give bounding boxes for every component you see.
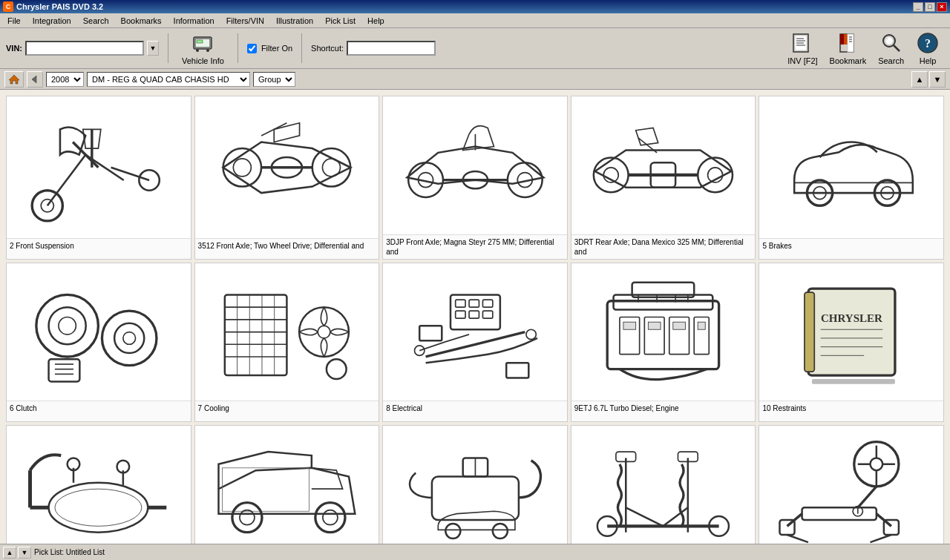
svg-point-146: [870, 458, 882, 470]
part-card-engine[interactable]: 9ETJ 6.7L Turbo Diesel; Engine: [571, 263, 756, 423]
part-image-exhaust: [7, 426, 191, 544]
part-card-brakes[interactable]: 5 Brakes: [759, 96, 944, 260]
svg-text:?: ?: [925, 37, 931, 50]
menu-help[interactable]: Help: [361, 15, 390, 27]
menu-file[interactable]: File: [1, 15, 27, 27]
maximize-button[interactable]: □: [925, 2, 935, 12]
part-label-3djp: 3DJP Front Axle; Magna Steyr 275 MM; Dif…: [383, 234, 567, 259]
svg-rect-152: [802, 507, 876, 520]
menu-filters-vin[interactable]: Filters/VIN: [220, 15, 270, 27]
menu-illustration[interactable]: Illustration: [270, 15, 319, 27]
svg-point-127: [232, 502, 262, 532]
svg-point-80: [299, 307, 349, 357]
part-label-3drt: 3DRT Rear Axle; Dana Mexico 325 MM; Diff…: [571, 234, 756, 259]
part-card-3djp[interactable]: 3DJP Front Axle; Magna Steyr 275 MM; Dif…: [382, 96, 568, 260]
help-button[interactable]: ? Help: [911, 30, 944, 67]
parts-grid: 2 Front Suspension 3512 Front Axle; Two …: [6, 96, 944, 544]
part-card-3512[interactable]: 3512 Front Axle; Two Wheel Drive; Differ…: [194, 96, 380, 260]
bookmark-button[interactable]: Bookmark: [825, 30, 871, 67]
menu-search[interactable]: Search: [77, 15, 115, 27]
axle-3drt-svg: [580, 103, 746, 227]
search-label: Search: [878, 56, 904, 65]
part-card-fuel[interactable]: 14 Fuel: [382, 425, 568, 544]
status-up-button[interactable]: ▲: [3, 547, 16, 559]
part-card-cooling[interactable]: 7 Cooling: [194, 263, 380, 423]
status-bar: ▲ ▼ Pick List: Untitled List: [0, 544, 950, 560]
svg-point-48: [594, 158, 629, 193]
exhaust-svg: [16, 433, 181, 544]
svg-point-128: [240, 510, 255, 524]
app-title: Chrysler PAIS DVD 3.2: [16, 2, 103, 11]
restraints-svg: CHRYSLER: [769, 270, 934, 394]
svg-point-135: [492, 524, 507, 538]
model-select[interactable]: DM - REG & QUAD CAB CHASIS HD: [87, 72, 250, 87]
svg-rect-84: [455, 300, 465, 307]
svg-line-151: [858, 487, 877, 507]
search-icon: [879, 31, 903, 55]
menu-integration[interactable]: Integration: [27, 15, 77, 27]
svg-rect-2: [197, 40, 203, 43]
toolbar-separator-3: [301, 33, 302, 63]
part-card-3drt[interactable]: 3DRT Rear Axle; Dana Mexico 325 MM; Diff…: [571, 96, 756, 260]
svg-point-3: [196, 49, 199, 52]
part-image-restraints: CHRYSLER: [759, 263, 943, 401]
part-card-exhaust[interactable]: 11 Exhaust: [6, 425, 191, 544]
inv-button[interactable]: INV [F2]: [783, 30, 822, 67]
vehicle-info-button[interactable]: Vehicle Info: [177, 30, 229, 67]
minimize-button[interactable]: _: [913, 2, 923, 12]
svg-line-19: [894, 45, 900, 51]
close-button[interactable]: ×: [937, 2, 947, 12]
engine-svg: [580, 270, 746, 394]
svg-rect-87: [455, 311, 465, 318]
svg-point-134: [445, 524, 460, 538]
part-card-clutch[interactable]: 6 Clutch: [6, 263, 191, 423]
svg-rect-94: [607, 301, 718, 369]
axle-3512-svg: [204, 104, 370, 231]
filter-section: Filter On: [247, 44, 292, 53]
svg-line-26: [48, 154, 85, 205]
scroll-up-button[interactable]: ▲: [911, 71, 928, 88]
toolbar: VIN: ▼ Vehicle Info Filter On Shortcut:: [0, 28, 950, 69]
scroll-down-button[interactable]: ▼: [929, 71, 946, 88]
svg-rect-103: [698, 322, 705, 329]
menu-pick-list[interactable]: Pick List: [319, 15, 361, 27]
search-toolbar-button[interactable]: Search: [874, 30, 908, 67]
svg-point-41: [408, 163, 443, 198]
part-card-electrical[interactable]: 8 Electrical: [382, 263, 568, 423]
vin-label: VIN:: [6, 44, 22, 53]
group-select[interactable]: Group: [253, 72, 295, 87]
part-image-3djp: [383, 96, 567, 234]
svg-point-82: [327, 359, 347, 379]
part-image-fuel: [383, 426, 567, 544]
nav-arrows: ▲ ▼: [911, 71, 946, 88]
vin-input[interactable]: [25, 41, 144, 56]
part-card-front-suspension[interactable]: 2 Front Suspension: [6, 96, 191, 260]
filter-on-checkbox[interactable]: [247, 44, 257, 53]
vin-dropdown-button[interactable]: ▼: [147, 41, 159, 56]
back-button[interactable]: [27, 71, 43, 88]
toolbar-separator-1: [168, 33, 168, 63]
svg-rect-89: [482, 311, 492, 318]
part-label-restraints: 10 Restraints: [759, 401, 943, 421]
svg-point-20: [885, 37, 893, 45]
part-card-rear-suspension[interactable]: 17 Rear Suspension: [571, 425, 756, 544]
part-card-steering[interactable]: 19 Steering: [759, 425, 944, 544]
svg-point-130: [323, 510, 338, 524]
home-button[interactable]: [4, 71, 24, 88]
shortcut-input[interactable]: [347, 41, 436, 56]
part-card-restraints[interactable]: CHRYSLER 10 Restraints: [759, 263, 944, 423]
part-card-frame[interactable]: 13 Frame, Bumper, and Fascia: [194, 425, 380, 544]
svg-point-117: [49, 483, 148, 533]
part-image-3512: [195, 96, 379, 238]
svg-rect-92: [419, 326, 442, 340]
status-down-button[interactable]: ▼: [18, 547, 31, 559]
title-bar: C Chrysler PAIS DVD 3.2 _ □ ×: [0, 0, 950, 13]
part-label-front-suspension: 2 Front Suspension: [7, 238, 191, 259]
window-controls[interactable]: _ □ ×: [913, 2, 947, 12]
help-icon: ?: [916, 31, 940, 55]
shortcut-label: Shortcut:: [311, 44, 344, 53]
svg-rect-126: [222, 467, 309, 510]
menu-bookmarks[interactable]: Bookmarks: [115, 15, 168, 27]
year-select[interactable]: 2008 2007 2006: [46, 72, 84, 87]
menu-information[interactable]: Information: [168, 15, 220, 27]
